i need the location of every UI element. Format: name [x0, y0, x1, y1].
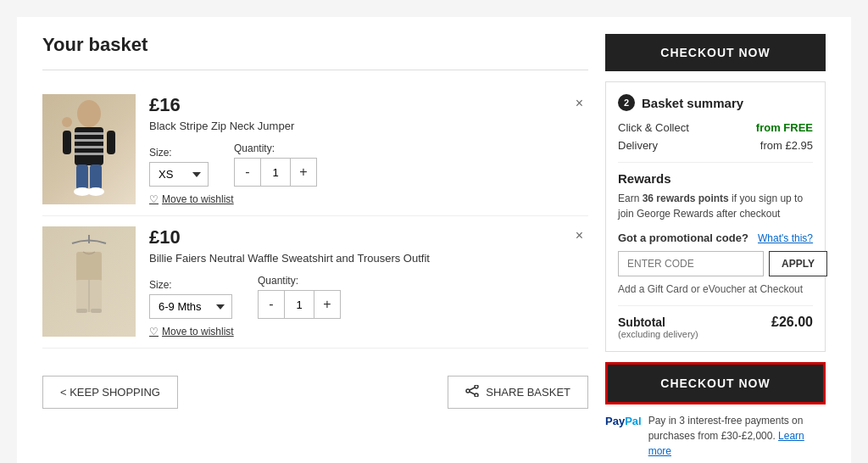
page-title: Your basket	[42, 34, 588, 56]
sidebar: CHECKOUT NOW 2 Basket summary Click & Co…	[605, 34, 826, 463]
svg-rect-5	[75, 153, 103, 155]
item-2-size-label: Size:	[149, 279, 232, 291]
item-1-qty-group: Quantity: - 1 +	[234, 142, 317, 187]
delivery-row: Delivery from £2.95	[618, 139, 813, 152]
page-container: Your basket	[17, 17, 851, 463]
subtotal-note: (excluding delivery)	[618, 329, 698, 339]
item-2-qty-plus[interactable]: +	[314, 291, 340, 318]
svg-rect-3	[75, 139, 103, 142]
item-1-size-group: Size: XS S M L XL	[149, 147, 209, 187]
item-2-price: £10	[149, 226, 588, 248]
item-1-name: Black Stripe Zip Neck Jumper	[149, 120, 588, 132]
keep-shopping-btn[interactable]: < KEEP SHOPPING	[42, 376, 178, 409]
item-2-details: £10 Billie Faiers Neutral Waffle Sweatsh…	[149, 226, 588, 337]
item-2-qty-value: 1	[284, 291, 314, 318]
rewards-text: Earn 36 rewards points if you sign up to…	[618, 191, 813, 221]
promo-label: Got a promotional code?	[618, 232, 748, 244]
basket-item-2: £10 Billie Faiers Neutral Waffle Sweatsh…	[42, 216, 588, 349]
checkout-btn-bottom-wrapper: CHECKOUT NOW	[605, 362, 826, 404]
item-2-wishlist-label: Move to wishlist	[162, 326, 234, 337]
item-2-name: Billie Faiers Neutral Waffle Sweatshirt …	[149, 252, 588, 265]
item-2-controls: Size: 0-3 Mths 3-6 Mths 6-9 Mths 9-12 Mt…	[149, 275, 588, 319]
svg-rect-4	[75, 146, 103, 148]
item-1-qty-control: - 1 +	[234, 158, 317, 187]
item-2-wishlist-btn[interactable]: ♡ Move to wishlist	[149, 326, 234, 337]
heart-icon-2: ♡	[149, 326, 159, 337]
delivery-value: from £2.95	[760, 139, 813, 152]
item-1-price: £16	[149, 94, 588, 116]
share-basket-btn[interactable]: SHARE BASKET	[448, 376, 588, 409]
checkout-top-label: CHECKOUT NOW	[660, 46, 770, 59]
gift-card-text: Add a Gift Card or eVoucher at Checkout	[618, 283, 813, 295]
svg-rect-11	[107, 131, 115, 154]
main-content: Your basket	[42, 34, 588, 463]
promo-row: Got a promotional code? What's this?	[618, 232, 813, 244]
paypal-text: Pay in 3 interest-free payments on purch…	[648, 413, 826, 459]
delivery-label: Delivery	[618, 139, 658, 152]
share-icon	[465, 385, 479, 399]
item-2-qty-control: - 1 +	[258, 290, 341, 319]
promo-input[interactable]	[618, 251, 764, 276]
svg-point-21	[466, 389, 470, 393]
svg-rect-18	[91, 309, 102, 313]
paypal-logo: PayPal	[605, 413, 642, 430]
svg-rect-7	[90, 165, 102, 190]
item-1-controls: Size: XS S M L XL Quantity: -	[149, 142, 588, 187]
apply-label: APPLY	[782, 258, 815, 270]
svg-line-22	[470, 388, 475, 390]
svg-rect-10	[63, 131, 71, 154]
item-1-qty-value: 1	[260, 159, 291, 186]
item-1-remove-btn[interactable]: ×	[570, 94, 588, 113]
svg-point-0	[77, 100, 101, 127]
item-2-size-group: Size: 0-3 Mths 3-6 Mths 6-9 Mths 9-12 Mt…	[149, 279, 232, 319]
item-2-qty-label: Quantity:	[258, 275, 341, 287]
basket-item-1: £16 Black Stripe Zip Neck Jumper Size: X…	[42, 84, 588, 216]
svg-point-9	[87, 187, 104, 196]
item-2-remove-btn[interactable]: ×	[570, 226, 588, 245]
item-1-size-label: Size:	[149, 147, 209, 159]
rewards-points: 36 rewards points	[643, 192, 729, 204]
checkout-bottom-label: CHECKOUT NOW	[660, 377, 770, 390]
paypal-section: PayPal Pay in 3 interest-free payments o…	[605, 413, 826, 459]
keep-shopping-label: < KEEP SHOPPING	[60, 386, 160, 399]
svg-rect-2	[75, 132, 103, 135]
basket-badge: 2	[618, 94, 635, 111]
svg-point-19	[475, 385, 478, 388]
click-collect-row: Click & Collect from FREE	[618, 121, 813, 134]
summary-box: 2 Basket summary Click & Collect from FR…	[605, 81, 826, 352]
apply-btn[interactable]: APPLY	[769, 251, 827, 276]
item-1-qty-minus[interactable]: -	[235, 159, 260, 186]
item-1-qty-label: Quantity:	[234, 142, 317, 154]
rewards-section: Rewards Earn 36 rewards points if you si…	[618, 162, 813, 339]
checkout-btn-bottom[interactable]: CHECKOUT NOW	[608, 365, 823, 402]
item-1-wishlist-label: Move to wishlist	[162, 193, 234, 205]
whats-this-btn[interactable]: What's this?	[758, 232, 813, 244]
subtotal-label: Subtotal	[618, 315, 698, 329]
click-collect-label: Click & Collect	[618, 121, 689, 134]
item-1-size-select[interactable]: XS S M L XL	[149, 162, 209, 187]
summary-header: 2 Basket summary	[618, 94, 813, 111]
item-1-qty-plus[interactable]: +	[291, 159, 316, 186]
share-basket-label: SHARE BASKET	[486, 386, 570, 399]
item-1-wishlist-btn[interactable]: ♡ Move to wishlist	[149, 193, 234, 205]
item-2-qty-group: Quantity: - 1 +	[258, 275, 341, 319]
svg-line-23	[470, 392, 475, 394]
item-2-qty-minus[interactable]: -	[259, 291, 284, 318]
top-divider	[42, 70, 588, 70]
svg-rect-17	[76, 309, 87, 313]
paypal-row: PayPal Pay in 3 interest-free payments o…	[605, 413, 826, 459]
action-bar: < KEEP SHOPPING SHARE BASKET	[42, 369, 588, 409]
item-2-image	[42, 226, 136, 337]
heart-icon: ♡	[149, 193, 159, 205]
item-2-size-select[interactable]: 0-3 Mths 3-6 Mths 6-9 Mths 9-12 Mths	[149, 294, 232, 319]
rewards-title: Rewards	[618, 171, 813, 186]
item-1-svg	[51, 98, 127, 200]
svg-point-12	[62, 117, 72, 127]
checkout-btn-top[interactable]: CHECKOUT NOW	[605, 34, 826, 71]
svg-point-20	[475, 393, 478, 397]
whats-this-label: What's this?	[758, 232, 813, 244]
summary-title: Basket summary	[642, 96, 743, 110]
subtotal-amount: £26.00	[771, 315, 813, 330]
promo-input-row: APPLY	[618, 251, 813, 276]
click-collect-value: from FREE	[756, 121, 813, 134]
